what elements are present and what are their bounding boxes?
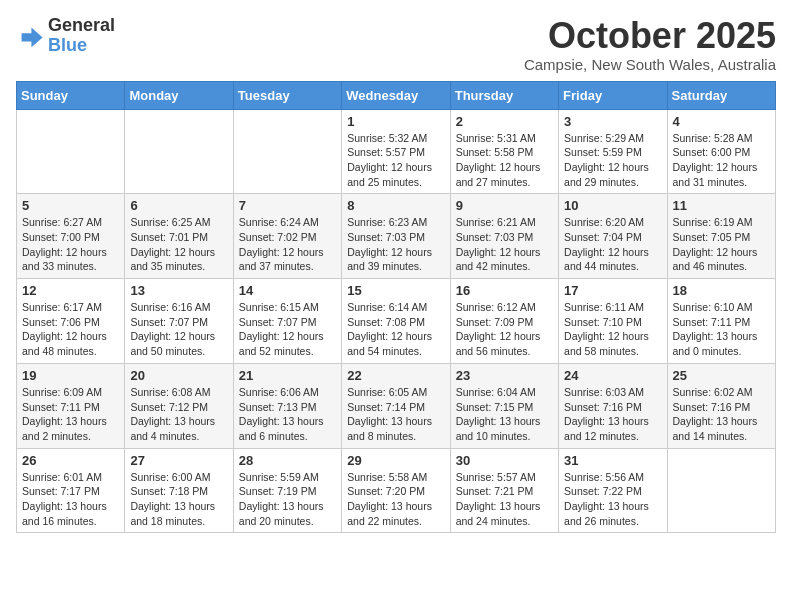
day-info: Sunrise: 6:19 AM Sunset: 7:05 PM Dayligh…	[673, 215, 770, 274]
weekday-header-friday: Friday	[559, 81, 667, 109]
day-number: 25	[673, 368, 770, 383]
svg-marker-0	[22, 27, 43, 47]
weekday-header-wednesday: Wednesday	[342, 81, 450, 109]
day-info: Sunrise: 5:29 AM Sunset: 5:59 PM Dayligh…	[564, 131, 661, 190]
calendar-cell: 25Sunrise: 6:02 AM Sunset: 7:16 PM Dayli…	[667, 363, 775, 448]
day-number: 4	[673, 114, 770, 129]
calendar-cell: 18Sunrise: 6:10 AM Sunset: 7:11 PM Dayli…	[667, 279, 775, 364]
day-info: Sunrise: 6:17 AM Sunset: 7:06 PM Dayligh…	[22, 300, 119, 359]
day-number: 7	[239, 198, 336, 213]
day-number: 18	[673, 283, 770, 298]
day-number: 5	[22, 198, 119, 213]
day-info: Sunrise: 6:16 AM Sunset: 7:07 PM Dayligh…	[130, 300, 227, 359]
day-info: Sunrise: 6:08 AM Sunset: 7:12 PM Dayligh…	[130, 385, 227, 444]
calendar-cell: 6Sunrise: 6:25 AM Sunset: 7:01 PM Daylig…	[125, 194, 233, 279]
day-info: Sunrise: 6:27 AM Sunset: 7:00 PM Dayligh…	[22, 215, 119, 274]
calendar-week-2: 5Sunrise: 6:27 AM Sunset: 7:00 PM Daylig…	[17, 194, 776, 279]
day-number: 26	[22, 453, 119, 468]
day-info: Sunrise: 6:09 AM Sunset: 7:11 PM Dayligh…	[22, 385, 119, 444]
month-title: October 2025	[524, 16, 776, 56]
calendar-cell: 21Sunrise: 6:06 AM Sunset: 7:13 PM Dayli…	[233, 363, 341, 448]
calendar-cell: 19Sunrise: 6:09 AM Sunset: 7:11 PM Dayli…	[17, 363, 125, 448]
day-info: Sunrise: 6:04 AM Sunset: 7:15 PM Dayligh…	[456, 385, 553, 444]
weekday-header-monday: Monday	[125, 81, 233, 109]
day-number: 6	[130, 198, 227, 213]
calendar-cell: 24Sunrise: 6:03 AM Sunset: 7:16 PM Dayli…	[559, 363, 667, 448]
calendar-cell	[125, 109, 233, 194]
day-number: 11	[673, 198, 770, 213]
day-number: 12	[22, 283, 119, 298]
calendar-week-3: 12Sunrise: 6:17 AM Sunset: 7:06 PM Dayli…	[17, 279, 776, 364]
weekday-header-sunday: Sunday	[17, 81, 125, 109]
logo-icon	[16, 22, 44, 50]
title-block: October 2025 Campsie, New South Wales, A…	[524, 16, 776, 73]
calendar-cell: 2Sunrise: 5:31 AM Sunset: 5:58 PM Daylig…	[450, 109, 558, 194]
day-number: 22	[347, 368, 444, 383]
weekday-header-row: SundayMondayTuesdayWednesdayThursdayFrid…	[17, 81, 776, 109]
calendar-cell: 3Sunrise: 5:29 AM Sunset: 5:59 PM Daylig…	[559, 109, 667, 194]
calendar-cell: 10Sunrise: 6:20 AM Sunset: 7:04 PM Dayli…	[559, 194, 667, 279]
weekday-header-thursday: Thursday	[450, 81, 558, 109]
calendar-cell: 11Sunrise: 6:19 AM Sunset: 7:05 PM Dayli…	[667, 194, 775, 279]
day-info: Sunrise: 6:01 AM Sunset: 7:17 PM Dayligh…	[22, 470, 119, 529]
calendar-cell: 4Sunrise: 5:28 AM Sunset: 6:00 PM Daylig…	[667, 109, 775, 194]
day-number: 3	[564, 114, 661, 129]
calendar-cell: 31Sunrise: 5:56 AM Sunset: 7:22 PM Dayli…	[559, 448, 667, 533]
day-number: 8	[347, 198, 444, 213]
day-info: Sunrise: 6:24 AM Sunset: 7:02 PM Dayligh…	[239, 215, 336, 274]
day-info: Sunrise: 6:20 AM Sunset: 7:04 PM Dayligh…	[564, 215, 661, 274]
calendar-cell: 26Sunrise: 6:01 AM Sunset: 7:17 PM Dayli…	[17, 448, 125, 533]
day-info: Sunrise: 6:10 AM Sunset: 7:11 PM Dayligh…	[673, 300, 770, 359]
day-number: 19	[22, 368, 119, 383]
day-info: Sunrise: 6:14 AM Sunset: 7:08 PM Dayligh…	[347, 300, 444, 359]
day-info: Sunrise: 6:12 AM Sunset: 7:09 PM Dayligh…	[456, 300, 553, 359]
calendar-cell: 30Sunrise: 5:57 AM Sunset: 7:21 PM Dayli…	[450, 448, 558, 533]
day-info: Sunrise: 6:23 AM Sunset: 7:03 PM Dayligh…	[347, 215, 444, 274]
logo: General Blue	[16, 16, 115, 56]
calendar-cell: 12Sunrise: 6:17 AM Sunset: 7:06 PM Dayli…	[17, 279, 125, 364]
calendar-cell: 23Sunrise: 6:04 AM Sunset: 7:15 PM Dayli…	[450, 363, 558, 448]
day-number: 30	[456, 453, 553, 468]
logo-blue-text: Blue	[48, 35, 87, 55]
day-number: 2	[456, 114, 553, 129]
calendar-cell	[233, 109, 341, 194]
day-info: Sunrise: 6:02 AM Sunset: 7:16 PM Dayligh…	[673, 385, 770, 444]
calendar-cell: 20Sunrise: 6:08 AM Sunset: 7:12 PM Dayli…	[125, 363, 233, 448]
day-info: Sunrise: 5:32 AM Sunset: 5:57 PM Dayligh…	[347, 131, 444, 190]
day-info: Sunrise: 6:11 AM Sunset: 7:10 PM Dayligh…	[564, 300, 661, 359]
day-number: 17	[564, 283, 661, 298]
calendar-cell: 17Sunrise: 6:11 AM Sunset: 7:10 PM Dayli…	[559, 279, 667, 364]
day-number: 29	[347, 453, 444, 468]
day-number: 23	[456, 368, 553, 383]
calendar-cell: 1Sunrise: 5:32 AM Sunset: 5:57 PM Daylig…	[342, 109, 450, 194]
day-number: 13	[130, 283, 227, 298]
day-info: Sunrise: 5:58 AM Sunset: 7:20 PM Dayligh…	[347, 470, 444, 529]
day-number: 24	[564, 368, 661, 383]
day-info: Sunrise: 6:25 AM Sunset: 7:01 PM Dayligh…	[130, 215, 227, 274]
calendar-week-5: 26Sunrise: 6:01 AM Sunset: 7:17 PM Dayli…	[17, 448, 776, 533]
page-header: General Blue October 2025 Campsie, New S…	[16, 16, 776, 73]
day-number: 31	[564, 453, 661, 468]
day-number: 14	[239, 283, 336, 298]
calendar-cell	[667, 448, 775, 533]
calendar-cell: 22Sunrise: 6:05 AM Sunset: 7:14 PM Dayli…	[342, 363, 450, 448]
calendar-cell: 8Sunrise: 6:23 AM Sunset: 7:03 PM Daylig…	[342, 194, 450, 279]
day-number: 10	[564, 198, 661, 213]
calendar-cell	[17, 109, 125, 194]
weekday-header-saturday: Saturday	[667, 81, 775, 109]
calendar-week-4: 19Sunrise: 6:09 AM Sunset: 7:11 PM Dayli…	[17, 363, 776, 448]
location: Campsie, New South Wales, Australia	[524, 56, 776, 73]
day-number: 21	[239, 368, 336, 383]
day-info: Sunrise: 5:57 AM Sunset: 7:21 PM Dayligh…	[456, 470, 553, 529]
calendar-cell: 7Sunrise: 6:24 AM Sunset: 7:02 PM Daylig…	[233, 194, 341, 279]
calendar-week-1: 1Sunrise: 5:32 AM Sunset: 5:57 PM Daylig…	[17, 109, 776, 194]
logo-general-text: General	[48, 15, 115, 35]
day-info: Sunrise: 5:59 AM Sunset: 7:19 PM Dayligh…	[239, 470, 336, 529]
day-number: 16	[456, 283, 553, 298]
calendar-cell: 15Sunrise: 6:14 AM Sunset: 7:08 PM Dayli…	[342, 279, 450, 364]
calendar-cell: 28Sunrise: 5:59 AM Sunset: 7:19 PM Dayli…	[233, 448, 341, 533]
calendar-cell: 27Sunrise: 6:00 AM Sunset: 7:18 PM Dayli…	[125, 448, 233, 533]
day-number: 20	[130, 368, 227, 383]
calendar-cell: 9Sunrise: 6:21 AM Sunset: 7:03 PM Daylig…	[450, 194, 558, 279]
day-number: 9	[456, 198, 553, 213]
